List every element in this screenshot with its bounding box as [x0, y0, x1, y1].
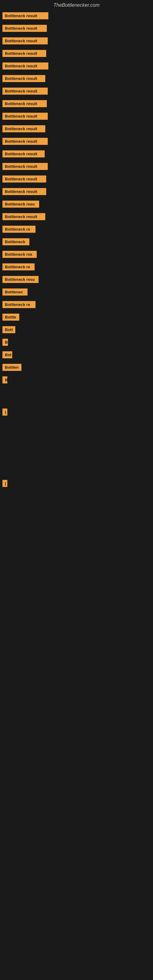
bottleneck-result-bar: Bottleneck result	[2, 37, 48, 45]
bottleneck-result-bar: Bottleneck result	[2, 163, 48, 170]
bar-row	[0, 458, 153, 468]
bottleneck-result-bar: |	[2, 409, 7, 415]
bar-row: Bottleneck re	[0, 299, 153, 311]
bar-row: Bottleneck result	[0, 161, 153, 173]
bar-row: Bottleneck resu	[0, 274, 153, 286]
bar-row: Bott	[0, 324, 153, 336]
bar-row	[0, 419, 153, 428]
bar-row: Bottleneck result	[0, 23, 153, 35]
bar-row: Bottleneck result	[0, 86, 153, 98]
bar-row: Bottleneck result	[0, 35, 153, 48]
bottleneck-result-bar: B	[2, 339, 8, 346]
bar-row: Bottleneck resu	[0, 199, 153, 211]
bottleneck-result-bar: Bottleneck result	[2, 100, 47, 107]
bottleneck-result-bar: Bottleneck result	[2, 88, 48, 95]
bar-row: Bottleneck res	[0, 249, 153, 261]
bar-row: B	[0, 375, 153, 387]
bottleneck-result-bar: Bottleneck resu	[2, 200, 39, 208]
bar-row: Bottlen	[0, 362, 153, 374]
bottleneck-result-bar: Bottleneck result	[2, 150, 45, 158]
bottleneck-result-bar: Bottleneck result	[2, 25, 47, 32]
bottleneck-result-bar: |	[2, 480, 7, 487]
bottleneck-result-bar: Bottleneck result	[2, 62, 48, 70]
bottleneck-result-bar: Bottlen	[2, 364, 21, 371]
bar-row: Bottleneck result	[0, 173, 153, 186]
bar-row: Bottleneck result	[0, 48, 153, 60]
bar-row	[0, 397, 153, 406]
bar-row: Bot	[0, 350, 153, 361]
site-title-container: TheBottlenecker.com	[0, 0, 153, 10]
bar-row: |	[0, 407, 153, 418]
bar-row	[0, 468, 153, 477]
bar-row	[0, 387, 153, 396]
bar-row: Bottlenec	[0, 286, 153, 299]
bottleneck-result-bar: Bottleneck result	[2, 138, 48, 145]
bottleneck-result-bar: Bottleneck	[2, 238, 29, 245]
bottleneck-result-bar: Bottleneck re	[2, 226, 35, 233]
bottleneck-result-bar: B	[2, 376, 7, 383]
bottleneck-result-bar: Bott	[2, 326, 15, 333]
bars-container: Bottleneck resultBottleneck resultBottle…	[0, 10, 153, 490]
bar-row: Bottleneck result	[0, 10, 153, 22]
bar-row	[0, 439, 153, 448]
bar-row: Bottleneck result	[0, 123, 153, 135]
bottleneck-result-bar: Bottleneck resu	[2, 276, 38, 283]
bottleneck-result-bar: Bottle	[2, 313, 19, 321]
bar-row: Bottleneck result	[0, 211, 153, 223]
bottleneck-result-bar: Bottleneck result	[2, 125, 45, 132]
bar-row: Bottleneck re	[0, 224, 153, 236]
bar-row: Bottleneck result	[0, 186, 153, 198]
bar-row	[0, 429, 153, 438]
bar-row: Bottleneck result	[0, 136, 153, 148]
bar-row: Bottleneck result	[0, 73, 153, 85]
bar-row: Bottleneck re	[0, 261, 153, 274]
bar-row: Bottleneck result	[0, 60, 153, 73]
bottleneck-result-bar: Bottleneck result	[2, 12, 48, 19]
bottleneck-result-bar: Bottleneck res	[2, 251, 37, 258]
bar-row: B	[0, 337, 153, 349]
bottleneck-result-bar: Bottleneck result	[2, 50, 46, 57]
bar-row: Bottleneck result	[0, 98, 153, 110]
bottleneck-result-bar: Bottleneck re	[2, 263, 35, 270]
bottleneck-result-bar: Bottleneck result	[2, 188, 46, 195]
bar-row: |	[0, 478, 153, 490]
bar-row: Bottleneck result	[0, 111, 153, 123]
bar-row	[0, 449, 153, 458]
bar-row: Bottleneck result	[0, 148, 153, 161]
bottleneck-result-bar: Bottleneck result	[2, 113, 48, 120]
bar-row: Bottle	[0, 312, 153, 324]
bottleneck-result-bar: Bottleneck result	[2, 213, 45, 220]
bottleneck-result-bar: Bottleneck result	[2, 75, 45, 82]
bottleneck-result-bar: Bot	[2, 351, 12, 358]
site-title: TheBottlenecker.com	[0, 0, 153, 10]
bottleneck-result-bar: Bottleneck result	[2, 175, 46, 183]
bottleneck-result-bar: Bottleneck re	[2, 301, 35, 308]
bottleneck-result-bar: Bottlenec	[2, 288, 27, 296]
bar-row: Bottleneck	[0, 236, 153, 248]
